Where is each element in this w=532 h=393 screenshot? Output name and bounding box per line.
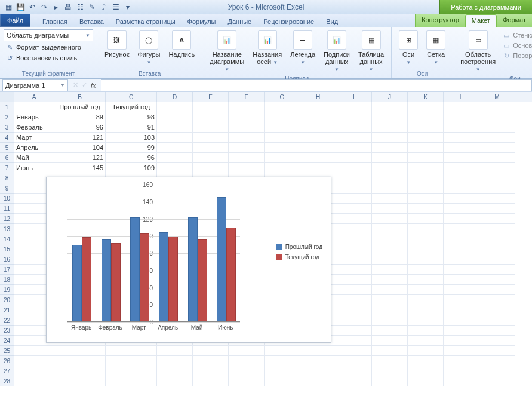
cell[interactable] bbox=[336, 234, 372, 244]
cell[interactable] bbox=[193, 133, 229, 143]
cell[interactable] bbox=[336, 275, 372, 285]
cell[interactable]: Текущий год bbox=[106, 102, 157, 112]
cell[interactable] bbox=[479, 366, 515, 376]
cell[interactable] bbox=[229, 366, 265, 376]
cell[interactable] bbox=[336, 265, 372, 275]
cell[interactable] bbox=[300, 366, 336, 376]
cell[interactable] bbox=[479, 356, 515, 366]
cell[interactable] bbox=[444, 122, 479, 133]
row-header[interactable]: 16 bbox=[0, 254, 14, 265]
col-header[interactable]: F bbox=[229, 92, 265, 102]
cell[interactable] bbox=[229, 153, 265, 163]
cell[interactable] bbox=[300, 163, 336, 173]
formula-input[interactable] bbox=[101, 79, 532, 91]
cell[interactable] bbox=[372, 173, 408, 183]
cell[interactable] bbox=[193, 112, 229, 122]
cell[interactable] bbox=[444, 275, 479, 285]
tab-Разметка страницы[interactable]: Разметка страницы bbox=[110, 16, 182, 27]
cell[interactable] bbox=[229, 102, 265, 112]
cell[interactable] bbox=[372, 356, 408, 366]
row-header[interactable]: 11 bbox=[0, 204, 14, 214]
cell[interactable] bbox=[54, 356, 106, 366]
cell[interactable] bbox=[336, 244, 372, 254]
cell[interactable] bbox=[14, 356, 54, 366]
cell[interactable]: 89 bbox=[54, 112, 106, 122]
cell[interactable] bbox=[444, 102, 479, 112]
cell[interactable] bbox=[444, 346, 479, 356]
col-header[interactable]: I bbox=[336, 92, 372, 102]
cell[interactable] bbox=[479, 133, 515, 143]
legend-button[interactable]: ☰Легенда▼ bbox=[287, 29, 319, 67]
cell[interactable] bbox=[336, 194, 372, 204]
cell[interactable] bbox=[408, 194, 444, 204]
cell[interactable] bbox=[300, 122, 336, 133]
cell[interactable] bbox=[372, 315, 408, 326]
cell[interactable] bbox=[193, 376, 229, 386]
cell[interactable] bbox=[336, 204, 372, 214]
tab-Рецензирование[interactable]: Рецензирование bbox=[257, 16, 320, 27]
cell[interactable] bbox=[408, 204, 444, 214]
cell[interactable]: Апрель bbox=[14, 143, 54, 153]
bar[interactable] bbox=[188, 217, 198, 321]
bar[interactable] bbox=[168, 237, 178, 321]
cell[interactable] bbox=[408, 102, 444, 112]
cell[interactable] bbox=[157, 102, 193, 112]
cell[interactable] bbox=[408, 315, 444, 326]
cell[interactable] bbox=[408, 295, 444, 305]
row-header[interactable]: 22 bbox=[0, 315, 14, 326]
cell[interactable] bbox=[372, 204, 408, 214]
cell[interactable] bbox=[479, 295, 515, 305]
cell[interactable] bbox=[229, 122, 265, 133]
cell[interactable] bbox=[479, 173, 515, 183]
row-header[interactable]: 21 bbox=[0, 305, 14, 315]
cell[interactable] bbox=[54, 366, 106, 376]
cell[interactable] bbox=[479, 143, 515, 153]
cell[interactable] bbox=[157, 153, 193, 163]
cell[interactable] bbox=[193, 122, 229, 133]
tab-Данные[interactable]: Данные bbox=[222, 16, 257, 27]
cell[interactable] bbox=[408, 153, 444, 163]
cell[interactable] bbox=[336, 326, 372, 336]
cell[interactable] bbox=[408, 366, 444, 376]
cell[interactable] bbox=[372, 366, 408, 376]
cell[interactable] bbox=[444, 133, 479, 143]
bar[interactable] bbox=[102, 239, 111, 321]
cell[interactable] bbox=[444, 244, 479, 254]
cell[interactable] bbox=[479, 315, 515, 326]
cell[interactable]: 98 bbox=[106, 112, 157, 122]
cell[interactable] bbox=[372, 224, 408, 234]
enter-icon[interactable]: ✓ bbox=[82, 81, 87, 89]
cell[interactable] bbox=[193, 346, 229, 356]
qat-icon[interactable]: 🖶 bbox=[63, 2, 73, 12]
cell[interactable] bbox=[479, 214, 515, 224]
cell[interactable] bbox=[444, 366, 479, 376]
tab-Вставка[interactable]: Вставка bbox=[73, 16, 110, 27]
cell[interactable] bbox=[408, 336, 444, 346]
cell[interactable] bbox=[372, 254, 408, 265]
cell[interactable] bbox=[336, 153, 372, 163]
cell[interactable] bbox=[444, 305, 479, 315]
cell[interactable] bbox=[336, 102, 372, 112]
tab-file[interactable]: Файл bbox=[0, 14, 30, 27]
col-header[interactable]: A bbox=[14, 92, 54, 102]
cell[interactable] bbox=[106, 366, 157, 376]
cell[interactable] bbox=[336, 295, 372, 305]
cell[interactable] bbox=[372, 163, 408, 173]
cell[interactable]: 145 bbox=[54, 163, 106, 173]
cell[interactable] bbox=[372, 326, 408, 336]
cell[interactable] bbox=[408, 234, 444, 244]
cell[interactable] bbox=[265, 163, 300, 173]
redo-icon[interactable]: ↷ bbox=[39, 2, 49, 12]
cell[interactable] bbox=[408, 214, 444, 224]
cell[interactable] bbox=[479, 265, 515, 275]
cell[interactable] bbox=[444, 224, 479, 234]
cell[interactable] bbox=[229, 112, 265, 122]
cell[interactable] bbox=[229, 356, 265, 366]
cell[interactable] bbox=[444, 376, 479, 386]
row-header[interactable]: 10 bbox=[0, 194, 14, 204]
cell[interactable] bbox=[408, 133, 444, 143]
col-header[interactable]: E bbox=[193, 92, 229, 102]
cell[interactable]: 99 bbox=[106, 143, 157, 153]
cell[interactable] bbox=[479, 376, 515, 386]
cell[interactable] bbox=[336, 112, 372, 122]
